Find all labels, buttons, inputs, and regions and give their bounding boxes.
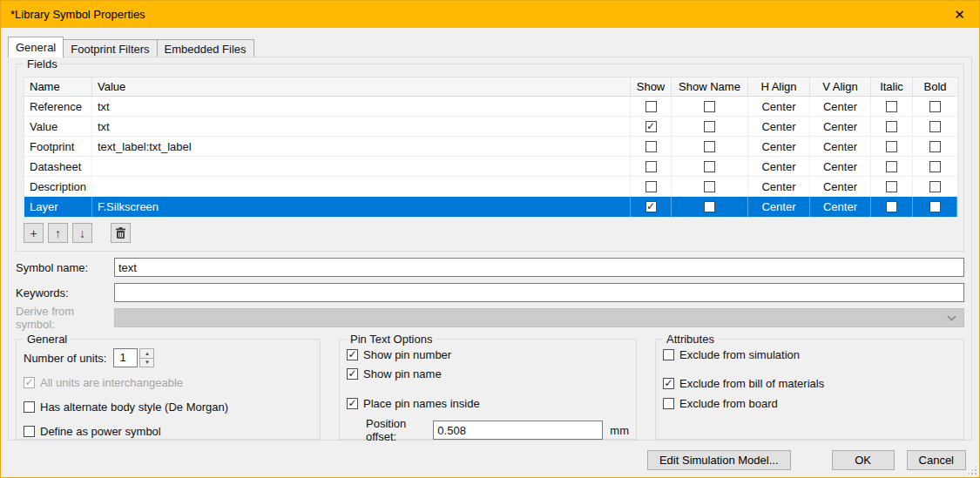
italic-checkbox[interactable] xyxy=(871,157,913,177)
show-name-checkbox[interactable] xyxy=(672,177,748,197)
checkbox-all-units-are-interchangeable[interactable]: ✓All units are interchangeable xyxy=(24,376,313,389)
cancel-button[interactable]: Cancel xyxy=(907,450,966,470)
field-name-cell[interactable]: Footprint xyxy=(24,137,92,157)
bold-checkbox[interactable] xyxy=(913,157,957,177)
column-header-value[interactable]: Value xyxy=(92,77,631,96)
number-of-units-stepper[interactable]: 1 ▲ ▼ xyxy=(113,348,154,367)
show-name-checkbox[interactable] xyxy=(672,117,748,137)
tab-footprint-filters[interactable]: Footprint Filters xyxy=(64,39,157,57)
show-name-checkbox[interactable] xyxy=(672,197,748,217)
v-align-cell[interactable]: Center xyxy=(810,157,871,177)
checkbox-exclude-from-simulation[interactable]: Exclude from simulation xyxy=(663,348,956,361)
v-align-cell[interactable]: Center xyxy=(810,97,871,117)
italic-checkbox[interactable] xyxy=(871,117,913,137)
h-align-cell[interactable]: Center xyxy=(748,177,810,197)
field-name-cell[interactable]: Value xyxy=(24,117,92,137)
h-align-cell[interactable]: Center xyxy=(748,137,810,157)
checkbox-show-pin-name[interactable]: ✓Show pin name xyxy=(347,367,629,380)
field-value-cell[interactable] xyxy=(92,177,631,197)
v-align-cell[interactable]: Center xyxy=(810,117,871,137)
show-name-checkbox[interactable] xyxy=(672,137,748,157)
checkbox-icon xyxy=(704,161,715,172)
checkbox-icon xyxy=(929,181,941,192)
spin-down-button[interactable]: ▼ xyxy=(139,359,154,368)
h-align-cell[interactable]: Center xyxy=(748,117,810,137)
field-row-layer[interactable]: LayerF.Silkscreen✓CenterCenter xyxy=(24,197,957,217)
show-checkbox[interactable] xyxy=(631,97,672,117)
checkbox-show-pin-number[interactable]: ✓Show pin number xyxy=(347,348,629,361)
show-checkbox[interactable]: ✓ xyxy=(631,197,672,217)
checkbox-place-pin-names-inside[interactable]: ✓Place pin names inside xyxy=(347,397,629,410)
keywords-input[interactable] xyxy=(114,283,964,302)
move-field-down-button[interactable]: ↓ xyxy=(72,223,92,243)
column-header-show-name[interactable]: Show Name xyxy=(672,77,748,96)
bold-checkbox[interactable] xyxy=(913,137,957,157)
checkbox-define-as-power-symbol[interactable]: Define as power symbol xyxy=(24,425,313,438)
field-name-cell[interactable]: Layer xyxy=(24,197,92,217)
checkbox-icon xyxy=(886,141,897,152)
arrow-up-icon: ↑ xyxy=(55,226,61,240)
column-header-v-align[interactable]: V Align xyxy=(810,77,871,96)
v-align-cell[interactable]: Center xyxy=(810,197,871,217)
show-checkbox[interactable] xyxy=(631,157,672,177)
checkbox-exclude-from-bill-of-materials[interactable]: ✓Exclude from bill of materials xyxy=(663,377,956,390)
bold-checkbox[interactable] xyxy=(913,177,957,197)
attributes-checkboxes: Exclude from simulation✓Exclude from bil… xyxy=(663,348,956,410)
column-header-h-align[interactable]: H Align xyxy=(748,77,810,96)
show-checkbox[interactable]: ✓ xyxy=(631,117,672,137)
field-value-cell[interactable] xyxy=(92,157,631,177)
position-offset-label: Position offset: xyxy=(366,417,427,443)
tab-general[interactable]: General xyxy=(8,37,64,57)
field-row-footprint[interactable]: Footprinttext_label:txt_labelCenterCente… xyxy=(24,137,957,157)
italic-checkbox[interactable] xyxy=(871,177,913,197)
add-field-button[interactable]: + xyxy=(24,223,44,243)
show-name-checkbox[interactable] xyxy=(672,97,748,117)
field-name-cell[interactable]: Reference xyxy=(24,97,92,117)
v-align-cell[interactable]: Center xyxy=(810,177,871,197)
field-row-reference[interactable]: ReferencetxtCenterCenter xyxy=(24,97,957,117)
checkbox-has-alternate-body-style-de-morgan[interactable]: Has alternate body style (De Morgan) xyxy=(24,401,313,414)
ok-button[interactable]: OK xyxy=(832,450,895,470)
close-icon[interactable]: ✕ xyxy=(940,1,979,28)
show-name-checkbox[interactable] xyxy=(672,157,748,177)
field-row-value[interactable]: Valuetxt✓CenterCenter xyxy=(24,117,957,137)
title-bar: *Library Symbol Properties ✕ xyxy=(1,1,979,28)
show-checkbox[interactable] xyxy=(631,177,672,197)
italic-checkbox[interactable] xyxy=(871,97,913,117)
column-header-show[interactable]: Show xyxy=(631,77,672,96)
resize-grip[interactable] xyxy=(969,467,977,475)
derive-from-symbol-row: Derive from symbol: xyxy=(16,308,964,327)
italic-checkbox[interactable] xyxy=(871,197,913,217)
field-value-cell[interactable]: F.Silkscreen xyxy=(92,197,631,217)
field-name-cell[interactable]: Datasheet xyxy=(24,157,92,177)
column-header-italic[interactable]: Italic xyxy=(871,77,913,96)
field-row-description[interactable]: DescriptionCenterCenter xyxy=(24,177,957,197)
field-value-cell[interactable]: txt xyxy=(92,117,631,137)
show-checkbox[interactable] xyxy=(631,137,672,157)
bold-checkbox[interactable] xyxy=(913,197,957,217)
tab-embedded-files[interactable]: Embedded Files xyxy=(158,39,254,57)
edit-simulation-model-button[interactable]: Edit Simulation Model... xyxy=(647,450,791,470)
number-of-units-value[interactable]: 1 xyxy=(113,348,138,367)
move-field-up-button[interactable]: ↑ xyxy=(48,223,68,243)
column-header-name[interactable]: Name xyxy=(24,77,92,96)
h-align-cell[interactable]: Center xyxy=(748,97,810,117)
delete-field-button[interactable] xyxy=(111,223,131,243)
checkbox-exclude-from-board[interactable]: Exclude from board xyxy=(663,397,956,410)
derive-from-symbol-label: Derive from symbol: xyxy=(16,305,114,331)
bold-checkbox[interactable] xyxy=(913,117,957,137)
spin-up-button[interactable]: ▲ xyxy=(139,348,154,359)
field-row-datasheet[interactable]: DatasheetCenterCenter xyxy=(24,157,957,177)
h-align-cell[interactable]: Center xyxy=(748,197,810,217)
field-name-cell[interactable]: Description xyxy=(24,177,92,197)
position-offset-input[interactable] xyxy=(433,421,603,440)
column-header-bold[interactable]: Bold xyxy=(913,77,957,96)
field-value-cell[interactable]: txt xyxy=(92,97,631,117)
italic-checkbox[interactable] xyxy=(871,137,913,157)
v-align-cell[interactable]: Center xyxy=(810,137,871,157)
field-value-cell[interactable]: text_label:txt_label xyxy=(92,137,631,157)
bold-checkbox[interactable] xyxy=(913,97,957,117)
h-align-cell[interactable]: Center xyxy=(748,157,810,177)
symbol-name-input[interactable] xyxy=(114,258,964,277)
number-of-units-row: Number of units: 1 ▲ ▼ xyxy=(24,348,313,367)
